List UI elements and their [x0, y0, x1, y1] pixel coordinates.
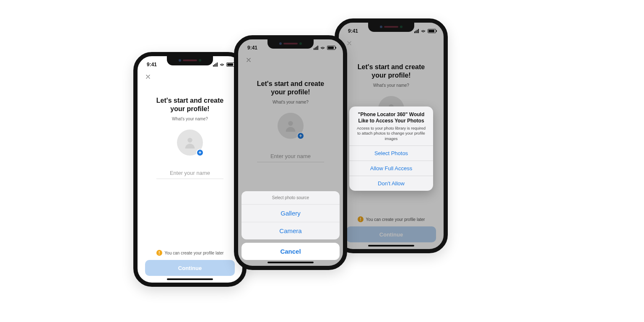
- close-icon: [145, 74, 151, 80]
- info-icon: !: [358, 216, 364, 222]
- action-sheet-title: Select photo source: [242, 191, 340, 205]
- svg-point-1: [288, 121, 293, 126]
- battery-icon: [327, 46, 335, 50]
- status-time: 9:41: [247, 45, 257, 51]
- alert-allow-full-access[interactable]: Allow Full Access: [349, 161, 433, 176]
- cellular-icon: [314, 46, 318, 50]
- continue-button[interactable]: Continue: [145, 260, 235, 276]
- avatar-picker[interactable]: +: [278, 113, 304, 139]
- action-sheet-cancel[interactable]: Cancel: [242, 243, 340, 260]
- home-indicator[interactable]: [167, 278, 213, 280]
- person-icon: [183, 135, 197, 150]
- wifi-icon: [421, 29, 426, 33]
- page-subtitle: What's your name?: [172, 117, 208, 121]
- close-button[interactable]: [345, 39, 354, 48]
- close-button[interactable]: [244, 55, 253, 65]
- status-time: 9:41: [348, 28, 358, 34]
- alert-message: Access to your photo library is required…: [355, 126, 427, 141]
- cellular-icon: [414, 29, 419, 33]
- status-time: 9:41: [147, 62, 157, 68]
- wifi-icon: [320, 46, 325, 50]
- create-later-note: ! You can create your profile later: [358, 216, 425, 222]
- info-icon: !: [156, 250, 162, 256]
- create-later-text: You can create your profile later: [165, 251, 224, 255]
- close-button[interactable]: [143, 72, 153, 81]
- close-icon: [346, 40, 352, 46]
- create-later-text: You can create your profile later: [366, 217, 425, 222]
- home-indicator[interactable]: [267, 262, 314, 263]
- status-icons: [213, 62, 235, 67]
- page-subtitle: What's your name?: [373, 83, 409, 88]
- add-photo-badge[interactable]: +: [196, 149, 204, 156]
- page-title: Let's start and createyour profile!: [156, 96, 223, 113]
- person-icon: [283, 119, 298, 133]
- page-title: Let's start and createyour profile!: [257, 80, 324, 96]
- name-input[interactable]: [156, 167, 223, 179]
- add-photo-badge[interactable]: +: [297, 132, 304, 140]
- action-sheet-camera[interactable]: Camera: [242, 222, 340, 239]
- cellular-icon: [213, 62, 218, 67]
- alert-select-photos[interactable]: Select Photos: [349, 145, 433, 161]
- home-indicator[interactable]: [368, 245, 414, 247]
- status-icons: [414, 29, 436, 33]
- svg-point-0: [187, 138, 192, 143]
- battery-icon: [226, 62, 235, 67]
- name-input[interactable]: [257, 151, 324, 162]
- alert-dont-allow[interactable]: Don't Allow: [349, 176, 433, 191]
- action-sheet-gallery[interactable]: Gallery: [242, 205, 340, 222]
- create-later-note: ! You can create your profile later: [156, 250, 224, 256]
- avatar-picker[interactable]: +: [177, 130, 203, 156]
- alert-title: "Phone Locator 360" Would Like to Access…: [355, 112, 427, 124]
- wifi-icon: [219, 62, 225, 67]
- page-subtitle: What's your name?: [273, 100, 309, 104]
- continue-button[interactable]: Continue: [346, 226, 436, 242]
- status-icons: [314, 46, 335, 50]
- battery-icon: [428, 29, 436, 33]
- page-title: Let's start and createyour profile!: [358, 63, 425, 80]
- photo-source-action-sheet: Select photo source Gallery Camera Cance…: [242, 191, 340, 260]
- close-icon: [246, 57, 252, 63]
- photo-permission-alert: "Phone Locator 360" Would Like to Access…: [349, 106, 433, 191]
